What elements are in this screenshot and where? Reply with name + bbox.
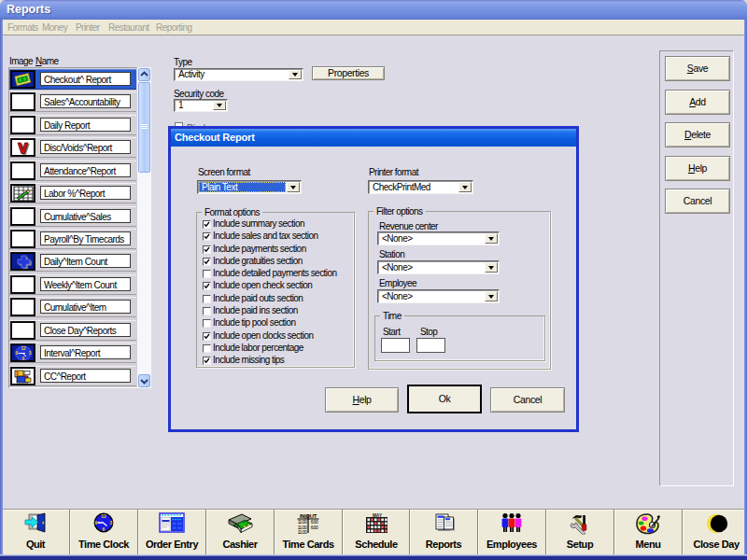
svg-text:6: 6 [22, 357, 25, 361]
svg-text:12: 12 [21, 346, 26, 351]
svg-text:6: 6 [103, 526, 106, 532]
svg-text:9: 9 [16, 351, 19, 356]
svg-text:6:00: 6:00 [311, 525, 318, 530]
svg-text:MAY: MAY [373, 513, 383, 518]
svg-text:11:00: 11:00 [298, 529, 307, 535]
svg-text:3: 3 [110, 520, 113, 525]
svg-text:3: 3 [29, 351, 32, 356]
svg-text:12: 12 [101, 513, 106, 519]
